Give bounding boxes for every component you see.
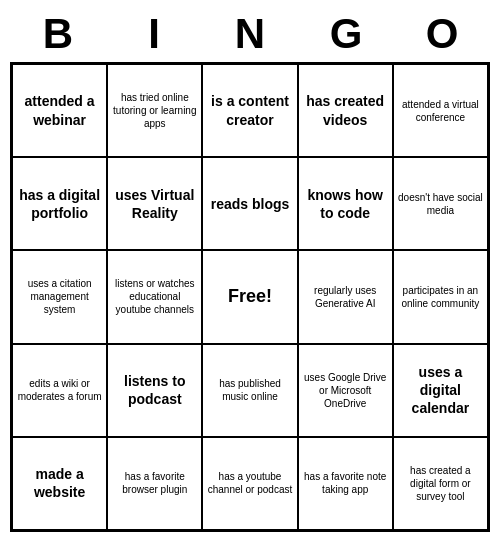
cell-r2c4[interactable]: knows how to code (298, 157, 393, 250)
cell-r5c5[interactable]: has created a digital form or survey too… (393, 437, 488, 530)
bingo-letter-N: N (202, 10, 298, 58)
cell-r1c5[interactable]: attended a virtual conference (393, 64, 488, 157)
cell-r4c1[interactable]: edits a wiki or moderates a forum (12, 344, 107, 437)
bingo-letter-I: I (106, 10, 202, 58)
cell-r4c2[interactable]: listens to podcast (107, 344, 202, 437)
cell-r1c3[interactable]: is a content creator (202, 64, 297, 157)
cell-r3c1[interactable]: uses a citation management system (12, 250, 107, 343)
cell-r4c3[interactable]: has published music online (202, 344, 297, 437)
cell-r2c1[interactable]: has a digital portfolio (12, 157, 107, 250)
bingo-letter-B: B (10, 10, 106, 58)
cell-r5c2[interactable]: has a favorite browser plugin (107, 437, 202, 530)
bingo-letter-G: G (298, 10, 394, 58)
cell-r5c4[interactable]: has a favorite note taking app (298, 437, 393, 530)
cell-r1c2[interactable]: has tried online tutoring or learning ap… (107, 64, 202, 157)
cell-r3c3[interactable]: Free! (202, 250, 297, 343)
cell-r3c2[interactable]: listens or watches educational youtube c… (107, 250, 202, 343)
cell-r4c4[interactable]: uses Google Drive or Microsoft OneDrive (298, 344, 393, 437)
cell-r3c4[interactable]: regularly uses Generative AI (298, 250, 393, 343)
bingo-grid: attended a webinarhas tried online tutor… (10, 62, 490, 532)
cell-r5c1[interactable]: made a website (12, 437, 107, 530)
cell-r2c3[interactable]: reads blogs (202, 157, 297, 250)
cell-r5c3[interactable]: has a youtube channel or podcast (202, 437, 297, 530)
bingo-letter-O: O (394, 10, 490, 58)
cell-r1c1[interactable]: attended a webinar (12, 64, 107, 157)
cell-r1c4[interactable]: has created videos (298, 64, 393, 157)
cell-r3c5[interactable]: participates in an online community (393, 250, 488, 343)
bingo-title: BINGO (10, 10, 490, 58)
cell-r4c5[interactable]: uses a digital calendar (393, 344, 488, 437)
cell-r2c2[interactable]: uses Virtual Reality (107, 157, 202, 250)
cell-r2c5[interactable]: doesn't have social media (393, 157, 488, 250)
